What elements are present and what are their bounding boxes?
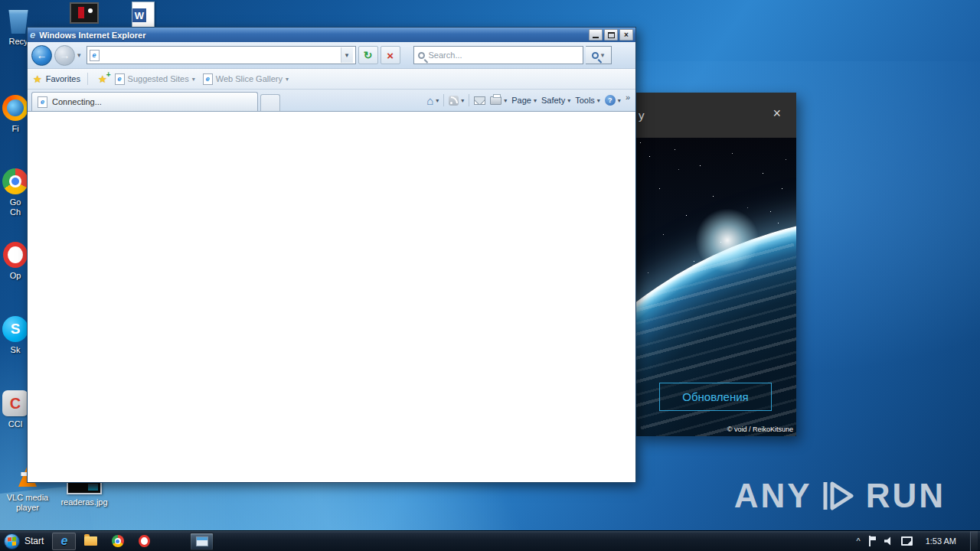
address-dropdown[interactable]: ▾	[341, 47, 353, 63]
search-box[interactable]	[413, 46, 583, 64]
taskbar-button-ie[interactable]: e	[52, 533, 76, 550]
taskbar-button-chrome[interactable]	[106, 533, 129, 550]
chrome-icon	[112, 535, 124, 547]
restore-icon	[608, 32, 615, 38]
stop-button[interactable]: ×	[381, 46, 400, 64]
search-provider-dropdown[interactable]: ▾	[601, 51, 605, 59]
refresh-button[interactable]: ↻	[358, 46, 378, 64]
watermark-text-left: ANY	[734, 477, 812, 515]
favorites-button[interactable]: ★ Favorites	[33, 73, 80, 85]
taskbar-button-active-window[interactable]	[190, 533, 214, 550]
volume-icon[interactable]	[884, 536, 893, 546]
forward-button[interactable]: →	[54, 45, 75, 66]
page-menu[interactable]: Page ▾	[511, 96, 537, 105]
rss-icon	[449, 96, 459, 106]
ie-icon: e	[30, 30, 35, 40]
page-icon: e	[203, 73, 213, 85]
home-icon: ⌂	[426, 95, 433, 106]
system-tray: ^ 1:53 AM	[856, 531, 980, 551]
tab-connecting[interactable]: e Connecting...	[31, 92, 258, 111]
close-button[interactable]: ×	[619, 29, 633, 41]
window-title: Windows Internet Explorer	[39, 31, 585, 40]
taskbar-clock[interactable]: 1:53 AM	[926, 536, 956, 546]
ccleaner-icon: C	[2, 390, 28, 416]
updates-button[interactable]: Обновления	[659, 383, 772, 411]
show-hidden-icons-chevron[interactable]: ^	[856, 536, 860, 546]
minimize-button[interactable]	[589, 29, 603, 41]
favorite-web-slice-gallery[interactable]: e Web Slice Gallery ▾	[203, 73, 289, 85]
chevron-down-icon: ▾	[286, 76, 289, 83]
taskbar-button-opera[interactable]	[132, 533, 156, 550]
desktop-icon-installer[interactable]	[60, 2, 109, 27]
start-button[interactable]: Start	[0, 531, 51, 551]
chevron-down-icon: ▾	[618, 97, 621, 104]
watermark-text-right: RUN	[866, 477, 946, 515]
show-desktop-button[interactable]	[970, 531, 978, 551]
chrome-icon	[2, 168, 28, 194]
close-icon[interactable]: ×	[773, 106, 781, 120]
app-window-icon	[196, 536, 208, 546]
firefox-icon	[2, 95, 28, 121]
favorites-label: Favorites	[46, 74, 80, 83]
feeds-button[interactable]: ▾	[449, 96, 464, 106]
favorites-star-icon: ★	[33, 73, 42, 85]
back-button[interactable]: ←	[31, 45, 52, 66]
opera-icon	[3, 242, 28, 268]
refresh-icon: ↻	[364, 49, 373, 61]
window-controls: ×	[589, 29, 633, 41]
artwork-credit: © void / ReikoKitsune	[727, 425, 793, 433]
starfield	[640, 142, 641, 143]
ie-window: e Windows Internet Explorer × ← → ▾ e ▾ …	[27, 27, 636, 483]
divider	[469, 94, 469, 106]
search-icon	[592, 52, 599, 59]
new-tab-button[interactable]	[260, 94, 280, 111]
help-icon: ?	[605, 95, 616, 106]
ie-command-bar: ⌂ ▾ ▾ ▾ Page ▾ Safe	[426, 94, 632, 106]
chevron-down-icon: ▾	[461, 97, 464, 104]
tab-label: Connecting...	[52, 97, 102, 106]
print-button[interactable]: ▾	[490, 96, 507, 105]
address-bar[interactable]: e ▾	[87, 46, 356, 64]
skype-icon: S	[2, 316, 28, 342]
search-go-button[interactable]: ▾	[586, 46, 612, 64]
taskbar-button-explorer[interactable]	[79, 533, 103, 550]
ie-titlebar[interactable]: e Windows Internet Explorer ×	[28, 28, 635, 42]
read-mail-button[interactable]	[474, 96, 485, 105]
toolbar-overflow-chevron[interactable]: »	[626, 93, 630, 102]
tools-menu[interactable]: Tools ▾	[575, 96, 600, 105]
plus-icon: +	[106, 70, 111, 79]
updater-title-fragment: y	[639, 109, 645, 122]
address-input[interactable]	[103, 48, 338, 62]
network-icon[interactable]	[901, 536, 912, 546]
add-favorite-button[interactable]: ★ +	[98, 73, 107, 85]
taskbar: Start e ^ 1:53 AM	[0, 530, 980, 551]
desktop-icon-label: Recy	[8, 37, 28, 47]
chevron-down-icon: ▾	[192, 76, 195, 83]
help-menu[interactable]: ? ▾	[605, 95, 621, 106]
home-button[interactable]: ⌂ ▾	[426, 95, 439, 106]
minimize-icon	[593, 37, 599, 38]
updater-titlebar[interactable]: y ×	[635, 93, 796, 138]
search-input[interactable]	[429, 51, 579, 60]
page-icon: e	[115, 73, 125, 85]
safety-menu[interactable]: Safety ▾	[541, 96, 570, 105]
divider	[87, 73, 88, 85]
ie-icon: e	[60, 535, 67, 547]
page-icon: e	[90, 50, 100, 61]
folder-icon	[84, 536, 97, 546]
anyrun-watermark: ANY RUN	[734, 476, 946, 516]
restore-button[interactable]	[604, 29, 618, 41]
divider	[443, 94, 444, 106]
screen: Recy W Fi Go Ch Op S Sk C CCl VLC media …	[0, 0, 980, 551]
action-center-flag-icon[interactable]	[868, 536, 877, 546]
chevron-down-icon: ▾	[567, 97, 570, 104]
ie-tab-bar: e Connecting... ⌂ ▾ ▾ ▾	[28, 90, 635, 112]
chevron-down-icon: ▾	[504, 97, 507, 104]
favorite-suggested-sites[interactable]: e Suggested Sites ▾	[115, 73, 195, 85]
recent-pages-dropdown[interactable]: ▾	[77, 51, 81, 59]
sun-glint	[695, 208, 760, 272]
page-icon: e	[38, 96, 47, 108]
anyrun-logo-icon	[819, 476, 859, 516]
start-label: Start	[24, 536, 44, 546]
ie-navigation-bar: ← → ▾ e ▾ ↻ × ▾	[28, 42, 635, 69]
